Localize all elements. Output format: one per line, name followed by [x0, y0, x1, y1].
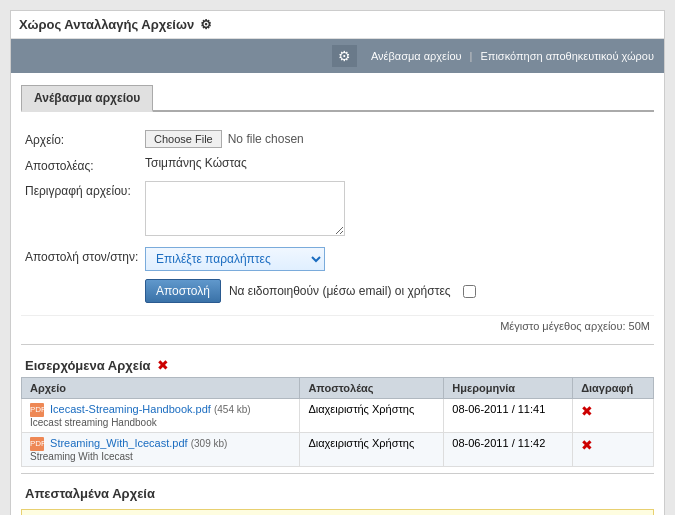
file-cell: PDF Streaming_With_Icecast.pdf (309 kb) … — [22, 433, 300, 467]
sender-value: Τσιμπάνης Κώστας — [145, 153, 247, 170]
recipient-row: Αποστολή στον/στην: Επιλέξτε παραλήπτες — [25, 247, 650, 271]
no-file-text: No file chosen — [228, 132, 304, 146]
incoming-remove-icon[interactable]: ✖ — [157, 357, 169, 373]
file-input-container: Choose File No file chosen — [145, 130, 650, 148]
notify-checkbox[interactable] — [463, 285, 476, 298]
description-textarea[interactable] — [145, 181, 345, 236]
recipient-control: Επιλέξτε παραλήπτες — [145, 247, 650, 271]
incoming-files-table: Αρχείο Αποστολέας Ημερομηνία Διαγραφή PD… — [21, 377, 654, 467]
sender-row: Αποστολέας: Τσιμπάνης Κώστας — [25, 156, 650, 173]
sent-title: Απεσταλμένα Αρχεία — [25, 486, 155, 501]
upload-tab[interactable]: Ανέβασμα αρχείου — [21, 85, 153, 112]
notify-label: Να ειδοποιηθούν (μέσω email) οι χρήστες — [229, 284, 451, 298]
file-size: (454 kb) — [214, 404, 251, 415]
description-label: Περιγραφή αρχείου: — [25, 181, 145, 198]
storage-link[interactable]: Επισκόπηση αποθηκευτικού χώρου — [480, 50, 654, 62]
file-size: (309 kb) — [191, 438, 228, 449]
incoming-title: Εισερχόμενα Αρχεία — [25, 358, 151, 373]
page-title: Χώρος Ανταλλαγής Αρχείων — [19, 17, 194, 32]
file-type-icon: PDF — [30, 437, 44, 451]
main-container: Χώρος Ανταλλαγής Αρχείων ⚙ ⚙ Ανέβασμα αρ… — [10, 10, 665, 515]
file-cell: PDF Icecast-Streaming-Handbook.pdf (454 … — [22, 399, 300, 433]
recipient-select[interactable]: Επιλέξτε παραλήπτες — [145, 247, 325, 271]
description-row: Περιγραφή αρχείου: — [25, 181, 650, 239]
file-link[interactable]: Icecast-Streaming-Handbook.pdf — [50, 403, 211, 415]
sender-label: Αποστολέας: — [25, 156, 145, 173]
gear-button[interactable]: ⚙ — [332, 45, 357, 67]
choose-file-button[interactable]: Choose File — [145, 130, 222, 148]
delete-button[interactable]: ✖ — [581, 403, 593, 419]
table-row: PDF Streaming_With_Icecast.pdf (309 kb) … — [22, 433, 654, 467]
delete-cell: ✖ — [573, 433, 654, 467]
col-date: Ημερομηνία — [444, 378, 573, 399]
settings-icon[interactable]: ⚙ — [200, 17, 212, 32]
sent-section-title-row: Απεσταλμένα Αρχεία — [21, 480, 654, 505]
incoming-section-title-row: Εισερχόμενα Αρχεία ✖ — [21, 351, 654, 377]
file-link[interactable]: Streaming_With_Icecast.pdf — [50, 437, 188, 449]
col-delete: Διαγραφή — [573, 378, 654, 399]
file-type-icon: PDF — [30, 403, 44, 417]
header-bar: ⚙ Ανέβασμα αρχείου | Επισκόπηση αποθηκευ… — [11, 39, 664, 73]
file-description: Streaming With Icecast — [30, 451, 291, 462]
send-row: Αποστολή Να ειδοποιηθούν (μέσω email) οι… — [145, 279, 650, 303]
sender-cell: Διαχειριστής Χρήστης — [300, 433, 444, 467]
sender-cell: Διαχειριστής Χρήστης — [300, 399, 444, 433]
empty-notice: ⚠ Ο κατάλογος είναι κενός. — [21, 509, 654, 515]
sender-value-area: Τσιμπάνης Κώστας — [145, 156, 650, 170]
max-size: Μέγιστο μέγεθος αρχείου: 50M — [21, 315, 654, 338]
file-description: Icecast streaming Handbook — [30, 417, 291, 428]
table-row: PDF Icecast-Streaming-Handbook.pdf (454 … — [22, 399, 654, 433]
table-header-row: Αρχείο Αποστολέας Ημερομηνία Διαγραφή — [22, 378, 654, 399]
section-divider-1 — [21, 344, 654, 345]
date-cell: 08-06-2011 / 11:42 — [444, 433, 573, 467]
date-cell: 08-06-2011 / 11:41 — [444, 399, 573, 433]
tab-bar: Ανέβασμα αρχείου — [21, 83, 654, 112]
content-area: Ανέβασμα αρχείου Αρχείο: Choose File No … — [11, 73, 664, 515]
description-control — [145, 181, 650, 239]
upload-link[interactable]: Ανέβασμα αρχείου — [371, 50, 462, 62]
delete-button[interactable]: ✖ — [581, 437, 593, 453]
header-left: ⚙ — [332, 45, 367, 67]
recipient-label: Αποστολή στον/στην: — [25, 247, 145, 264]
file-row: Αρχείο: Choose File No file chosen — [25, 130, 650, 148]
file-label: Αρχείο: — [25, 130, 145, 147]
page-title-bar: Χώρος Ανταλλαγής Αρχείων ⚙ — [11, 11, 664, 39]
delete-cell: ✖ — [573, 399, 654, 433]
header-divider: | — [470, 50, 473, 62]
col-sender: Αποστολέας — [300, 378, 444, 399]
send-button[interactable]: Αποστολή — [145, 279, 221, 303]
upload-form: Αρχείο: Choose File No file chosen Αποστ… — [21, 122, 654, 311]
col-file: Αρχείο — [22, 378, 300, 399]
section-divider-2 — [21, 473, 654, 474]
